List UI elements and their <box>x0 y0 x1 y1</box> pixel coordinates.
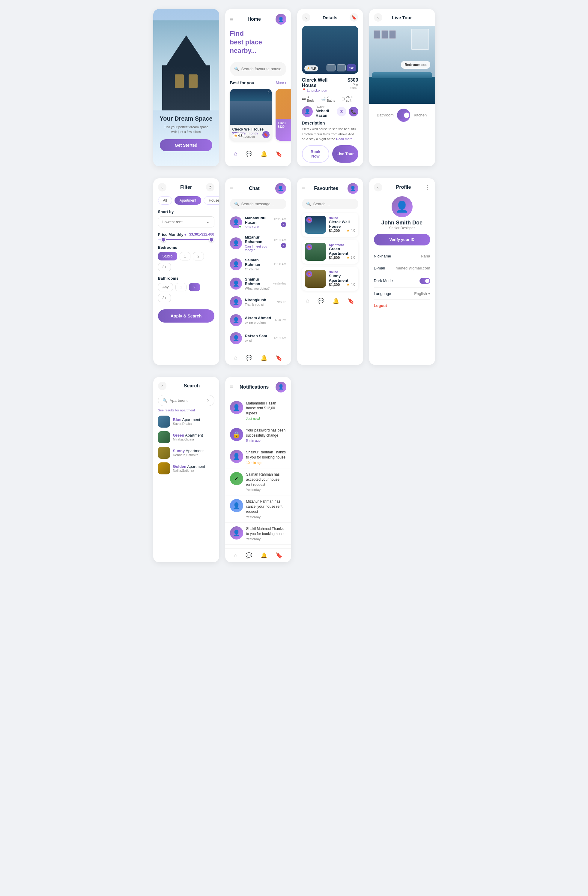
logout-button[interactable]: Logout <box>374 300 430 311</box>
chat-nav-home[interactable]: ⌂ <box>234 355 237 361</box>
clear-search-icon[interactable]: ✕ <box>207 398 210 403</box>
chat-item-2[interactable]: 👤 Mizanur Rahaman Can I meet you today? … <box>225 232 291 255</box>
chat-hamburger-icon[interactable]: ≡ <box>230 185 233 192</box>
profile-name: John Smith Doe <box>374 219 430 226</box>
fav-nav-bell[interactable]: 🔔 <box>333 298 339 304</box>
search-result-3[interactable]: Sunny Apartment Debhata,Satkhira <box>158 447 214 459</box>
fav-hamburger-icon[interactable]: ≡ <box>302 185 305 192</box>
search-main-input[interactable] <box>170 398 204 403</box>
bookmark-button-1[interactable]: 🔖 <box>262 131 270 138</box>
notif-nav-bell[interactable]: 🔔 <box>261 552 267 559</box>
bathroom-2-button[interactable]: 2 <box>189 283 200 291</box>
bedroom-3plus-button[interactable]: 3+ <box>158 263 171 271</box>
back-button[interactable]: ‹ <box>302 13 310 21</box>
chat-item-6[interactable]: 👤 Akram Ahmed ok no problem 6:00 PM <box>225 311 291 329</box>
property-card-1[interactable]: 0 ★ 4.8 Clerck Well House $300/ Per mont… <box>230 89 272 141</box>
tour-toggle-indicator[interactable] <box>397 109 410 122</box>
tour-back-button[interactable]: ‹ <box>374 13 382 21</box>
bathroom-3plus-button[interactable]: 3+ <box>158 294 171 302</box>
notif-hamburger-icon[interactable]: ≡ <box>230 384 233 390</box>
notif-nav-chat[interactable]: 💬 <box>246 552 252 559</box>
house-name: Clerck Well House <box>302 78 343 88</box>
book-now-button[interactable]: Book Now <box>302 145 329 163</box>
chat-item-7[interactable]: 👤 Rafsan Sam ok sir 12:01 AM <box>225 329 291 347</box>
live-tour-button[interactable]: Live Tour <box>332 145 358 163</box>
filter-back-button[interactable]: ‹ <box>158 183 166 192</box>
nav-bell-icon[interactable]: 🔔 <box>261 151 267 157</box>
home-search-bar[interactable]: 🔍 ⚙ <box>230 62 286 76</box>
fav-user-avatar[interactable]: 👤 <box>348 183 358 194</box>
notif-item-2[interactable]: 🔒 Your password has been successfully ch… <box>225 424 291 446</box>
notif-user-avatar[interactable]: 👤 <box>275 382 286 393</box>
nav-chat-icon[interactable]: 💬 <box>246 151 252 157</box>
hamburger-icon[interactable]: ≡ <box>230 16 233 23</box>
bookmark-header-button[interactable]: 🔖 <box>349 13 358 21</box>
fav-item-1[interactable]: 🔖 House Clerck Well House $1,200 ★ 4.0 <box>302 213 358 237</box>
search-result-2[interactable]: Green Apartment Miraka,Khulna <box>158 431 214 443</box>
filter-house-button[interactable]: House <box>204 196 219 205</box>
chat-nav-chat[interactable]: 💬 <box>246 355 252 361</box>
filter-all-button[interactable]: All <box>158 196 172 205</box>
chat-info-2: Mizanur Rahaman Can I meet you today? <box>245 235 271 252</box>
notif-item-4[interactable]: ✓ Salman Rahman has accepted your house … <box>225 468 291 495</box>
sort-select[interactable]: Lowest rent ⌄ <box>158 216 214 227</box>
filter-apartment-button[interactable]: Apartment <box>175 196 201 205</box>
notif-item-6[interactable]: 👤 Shakil Mahmud Thanks to you for bookin… <box>225 523 291 545</box>
search-input-wrap[interactable]: 🔍 ✕ <box>158 395 214 406</box>
notif-item-1[interactable]: 👤 Mahamudul Hasan house rent $12,00 rupe… <box>225 397 291 424</box>
get-started-button[interactable]: Get Sterted <box>160 139 212 151</box>
fav-nav-chat[interactable]: 💬 <box>318 298 324 304</box>
bedroom-studio-button[interactable]: Studio <box>158 252 177 261</box>
search-result-4[interactable]: Golden Apartment Nailla,Satkhira <box>158 462 214 474</box>
read-more-link[interactable]: Read more... <box>336 137 355 141</box>
user-avatar[interactable]: 👤 <box>275 14 286 24</box>
profile-dots-icon[interactable]: ⋮ <box>425 184 430 190</box>
language-value[interactable]: English ▾ <box>414 291 430 296</box>
search-input[interactable] <box>242 67 291 71</box>
notif-nav-bookmark[interactable]: 🔖 <box>275 552 282 559</box>
nav-home-icon[interactable]: ⌂ <box>234 151 237 157</box>
notif-nav-home[interactable]: ⌂ <box>234 552 237 559</box>
tab-bathroom[interactable]: Bathroom <box>374 110 397 121</box>
slider-right-handle[interactable] <box>209 237 214 242</box>
search-input-icon: 🔍 <box>163 398 167 403</box>
filter-header: ‹ Filter ↺ <box>158 183 214 192</box>
chat-item-5[interactable]: 👤 Nirangkush Thank you sir Nov 15 <box>225 293 291 311</box>
chat-search-input[interactable] <box>242 202 291 206</box>
chat-nav-bookmark[interactable]: 🔖 <box>275 355 282 361</box>
fav-search-bar[interactable]: 🔍 <box>302 199 358 209</box>
verify-id-button[interactable]: Verify your ID <box>374 234 430 245</box>
property-card-2[interactable]: Luxu$120 <box>275 89 291 141</box>
fav-nav-home[interactable]: ⌂ <box>306 298 309 304</box>
search-result-1[interactable]: Blue Apartment Savar,Dhaka <box>158 416 214 428</box>
more-link[interactable]: More › <box>276 81 286 85</box>
chat-user-avatar[interactable]: 👤 <box>275 183 286 194</box>
chat-item-3[interactable]: 👤 Salman Rahman Of course 11:00 AM <box>225 255 291 274</box>
profile-back-button[interactable]: ‹ <box>374 183 382 192</box>
price-slider[interactable] <box>158 239 214 240</box>
apply-search-button[interactable]: Apply & Search <box>158 309 214 323</box>
fav-nav-bookmark[interactable]: 🔖 <box>348 298 354 304</box>
bathroom-1-button[interactable]: 1 <box>175 283 187 291</box>
chat-item-4[interactable]: 👤 Shainur Rahman What you doing? yesterd… <box>225 274 291 293</box>
fav-item-3[interactable]: 🔖 House Sunny Apartment $1,300 ★ 4.0 <box>302 267 358 291</box>
nav-bookmark-icon[interactable]: 🔖 <box>275 151 282 157</box>
bathroom-any-button[interactable]: Any <box>158 283 173 291</box>
call-owner-button[interactable]: 📞 <box>349 107 358 116</box>
slider-left-handle[interactable] <box>161 237 166 242</box>
search-back-button[interactable]: ‹ <box>158 382 166 390</box>
bedroom-2-button[interactable]: 2 <box>193 252 204 261</box>
notif-item-3[interactable]: 👤 Shainur Rahman Thanks to you for booki… <box>225 446 291 468</box>
fav-item-2[interactable]: 🔖 Apartment Green Apartment $1,600 ★ 3.0 <box>302 240 358 264</box>
filter-refresh-button[interactable]: ↺ <box>206 183 214 192</box>
mail-owner-button[interactable]: ✉ <box>337 107 346 116</box>
tab-kitchen[interactable]: Kitchen <box>410 110 430 121</box>
notif-item-5[interactable]: 👤 Mizanur Rahman has cancel your house r… <box>225 495 291 523</box>
fav-search-input[interactable] <box>313 202 363 206</box>
chat-item-1[interactable]: 👤 Mahamudul Hasan only 1200 12:15 AM 2 <box>225 213 291 232</box>
bedroom-1-button[interactable]: 1 <box>179 252 191 261</box>
darkmode-toggle[interactable] <box>419 278 430 284</box>
tour-mode-toggle[interactable] <box>397 112 410 119</box>
chat-nav-bell[interactable]: 🔔 <box>261 355 267 361</box>
chat-search-bar[interactable]: 🔍 <box>230 199 286 209</box>
